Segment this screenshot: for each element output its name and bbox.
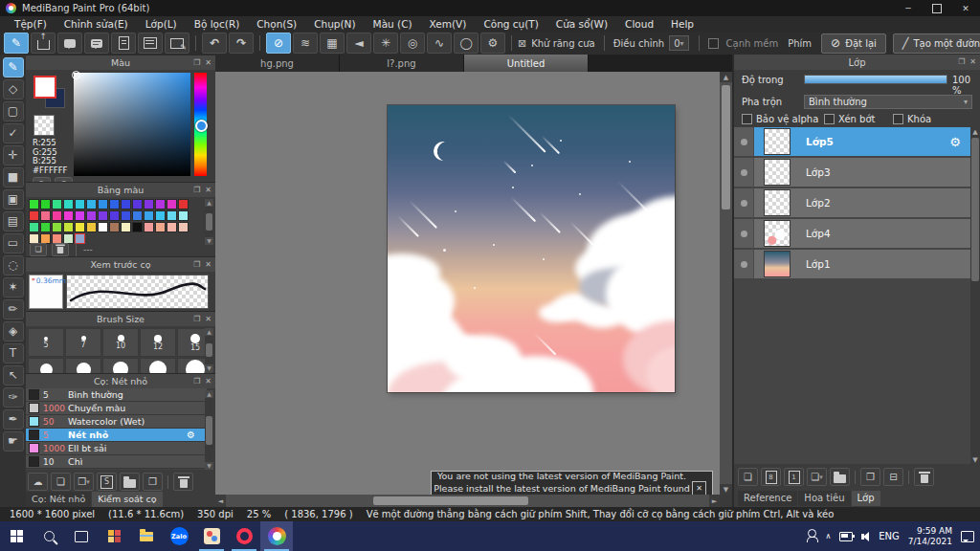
menu-item[interactable]: Xem(V) [421, 18, 476, 30]
close-icon[interactable]: ✕ [205, 58, 212, 67]
palette-swatch[interactable] [75, 222, 85, 232]
eyedropper-tool[interactable]: ✒ [3, 409, 24, 430]
blend-mode-dropdown[interactable]: Bình thường ▾ [804, 95, 972, 109]
rect-tool[interactable]: ▢ [3, 101, 24, 121]
palette-swatch[interactable] [63, 199, 74, 209]
popout-icon[interactable]: ❐ [193, 260, 200, 269]
layers-panel-tab[interactable]: Lớp [852, 491, 880, 506]
notification-close-button[interactable]: ✕ [692, 481, 706, 495]
speaker-icon[interactable] [861, 534, 864, 540]
palette-swatch[interactable] [40, 210, 51, 221]
close-icon[interactable]: ✕ [205, 260, 212, 269]
fill-tool[interactable]: ■ [3, 167, 24, 187]
paint-app-button[interactable] [195, 521, 228, 551]
foreground-color-swatch[interactable] [33, 76, 56, 99]
add-layer-button[interactable]: ❏ [738, 468, 758, 486]
add-8bit-layer-button[interactable]: 8 [761, 468, 781, 486]
menu-item[interactable]: Cloud [616, 18, 662, 30]
scroll-left-button[interactable]: ◄ [215, 495, 226, 507]
palette-swatch[interactable] [109, 199, 120, 209]
magic-wand-tool[interactable]: ✶ [3, 277, 24, 298]
gradient-tool[interactable]: ▤ [3, 211, 24, 231]
edit-window-button[interactable] [165, 33, 189, 54]
palette-swatch[interactable] [75, 210, 85, 221]
vertical-scrollbar[interactable]: ▲ ▼ [720, 72, 732, 495]
add-image-brush-button[interactable]: ❐▾ [74, 473, 94, 491]
palette-swatch[interactable] [86, 199, 97, 209]
popout-icon[interactable]: ❐ [193, 58, 200, 67]
scroll-up-icon[interactable]: ▲ [205, 390, 213, 398]
file-explorer-button[interactable] [130, 521, 163, 551]
comment-button[interactable] [57, 33, 82, 54]
palette-swatch[interactable] [63, 210, 74, 221]
canvas-viewport[interactable]: You are not using the latest version of … [215, 72, 720, 495]
operation-tool[interactable]: ↖ [3, 365, 24, 386]
scroll-right-button[interactable]: ► [709, 495, 720, 507]
palette-swatch[interactable] [86, 222, 97, 232]
palette-swatch[interactable] [86, 210, 97, 221]
minimize-button[interactable]: ─ [894, 0, 923, 16]
new-palette-color-button[interactable]: ❏ [30, 243, 47, 256]
scroll-down-button[interactable]: ▼ [720, 484, 732, 495]
soft-edge-checkbox[interactable] [708, 38, 719, 49]
scroll-up-button[interactable]: ▲ [970, 127, 980, 136]
palette-swatch[interactable] [144, 210, 154, 221]
layer-row[interactable]: Lớp4 [734, 219, 970, 248]
layers-panel-tab[interactable]: Hoa tiêu [798, 491, 850, 506]
no-correction-icon[interactable]: ⊘ [266, 33, 291, 54]
brush-size-option[interactable]: 5 [28, 328, 64, 357]
layer-visibility-toggle[interactable] [734, 127, 754, 156]
scroll-down-icon[interactable]: ▼ [205, 237, 213, 245]
palette-swatch[interactable] [167, 199, 177, 209]
layer-visibility-toggle[interactable] [734, 158, 754, 187]
adjust-dropdown[interactable]: 0 ▾ [669, 35, 688, 51]
opera-browser-button[interactable] [228, 521, 260, 551]
close-icon[interactable]: ✕ [969, 57, 976, 66]
brush-settings-gear-icon[interactable]: ⚙ [187, 430, 195, 440]
opacity-slider[interactable] [804, 75, 947, 84]
merge-layer-button[interactable]: ⊟ [883, 468, 903, 486]
layer-row[interactable]: Lớp1 [734, 250, 970, 278]
add-layer-folder-button[interactable] [830, 468, 850, 486]
task-view-button[interactable] [65, 521, 98, 551]
palette-swatch[interactable] [98, 210, 108, 221]
scroll-down-icon[interactable]: ▼ [205, 364, 213, 372]
publish-button[interactable] [31, 33, 56, 54]
layer-settings-gear-icon[interactable]: ⚙ [949, 135, 961, 149]
brush-size-option[interactable]: 12 [140, 328, 176, 357]
scroll-handle[interactable] [971, 138, 979, 281]
menu-item[interactable]: Chụp(N) [305, 18, 364, 30]
popout-icon[interactable]: ❐ [193, 377, 200, 386]
layer-row[interactable]: Lớp5 ⚙ [734, 127, 970, 156]
brush-list-item[interactable]: 1000 Ell bt sải [26, 442, 207, 455]
delete-brush-button[interactable] [173, 473, 193, 491]
layer-visibility-toggle[interactable] [734, 188, 754, 217]
brush-list-item[interactable]: 5 Nét nhỏ ⚙ [26, 429, 207, 442]
palette-swatch[interactable] [155, 210, 166, 221]
transparent-color-swatch[interactable] [33, 115, 55, 136]
pen-tool[interactable]: ✑ [3, 387, 24, 408]
eraser-tool[interactable]: ◇ [3, 79, 24, 99]
scroll-down-icon[interactable]: ▼ [205, 462, 213, 470]
brush-size-option[interactable]: 7 [65, 328, 101, 357]
brush-panel-tab[interactable]: Kiểm soát cọ [92, 492, 162, 507]
horizontal-scrollbar[interactable]: ◄ ► [215, 495, 720, 507]
palette-swatch[interactable] [178, 210, 189, 221]
redo-button[interactable]: ↷ [229, 33, 254, 54]
saturation-value-box[interactable] [74, 73, 190, 176]
brush-list-item[interactable]: 1000 Chuyển màu [26, 402, 207, 415]
delete-layer-button[interactable] [914, 468, 934, 486]
popout-icon[interactable]: ❐ [193, 315, 200, 323]
scroll-up-icon[interactable]: ▲ [205, 328, 213, 336]
scroll-up-button[interactable]: ▲ [720, 72, 732, 82]
palette-swatch[interactable] [132, 210, 143, 221]
palette-swatch[interactable] [144, 199, 154, 209]
layers-panel-tab[interactable]: Reference [738, 491, 797, 506]
scroll-up-icon[interactable]: ▲ [205, 199, 213, 207]
brush-list-item[interactable]: 5 Bình thường [26, 388, 207, 402]
select-pen-tool[interactable]: ✏ [3, 299, 24, 320]
brush-size-scrollbar[interactable]: ▲ ▼ [205, 328, 213, 372]
scroll-handle[interactable] [206, 213, 212, 231]
close-button[interactable]: ✕ [951, 0, 980, 16]
palette-swatch[interactable] [121, 222, 131, 232]
